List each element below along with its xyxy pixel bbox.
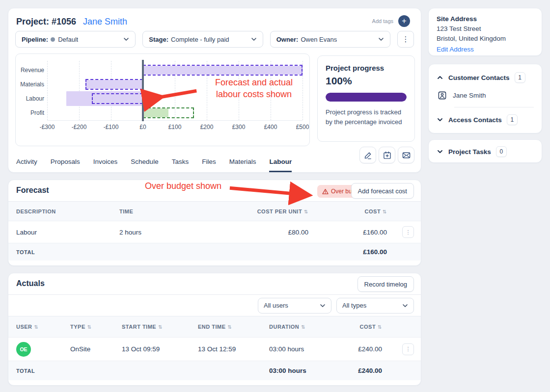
actual-duration: 03:00 hours — [269, 345, 343, 353]
forecast-total-cost: £160.00 — [308, 248, 387, 256]
chart-bar-forecast — [85, 79, 143, 90]
contact-card-icon — [438, 91, 447, 100]
chevron-down-icon — [437, 148, 443, 155]
col-end-time[interactable]: End time — [198, 324, 269, 330]
tab-files[interactable]: Files — [202, 153, 216, 172]
chart-bar-forecast — [143, 107, 194, 118]
add-tag-button[interactable]: + — [398, 15, 410, 27]
tab-invoices[interactable]: Invoices — [93, 153, 118, 172]
chart-bar-row — [47, 107, 302, 118]
tab-labour[interactable]: Labour — [269, 153, 292, 172]
actuals-total-row: Total 03:00 hours £240.00 — [8, 361, 421, 380]
project-tasks-label: Project Tasks — [448, 148, 491, 156]
all-users-select[interactable]: All users — [258, 298, 331, 314]
progress-bar — [326, 93, 407, 102]
progress-caption: Project progress is tracked by the perce… — [326, 107, 407, 127]
customer-contacts-toggle[interactable]: Customer Contacts 1 — [437, 72, 534, 83]
tab-schedule[interactable]: Schedule — [131, 153, 158, 172]
envelope-icon — [402, 151, 411, 159]
col-cost-per-unit[interactable]: Cost per unit — [237, 209, 308, 214]
col-start-time[interactable]: Start time — [122, 324, 198, 330]
progress-percent: 100% — [326, 75, 407, 87]
forecast-actual-chart: Forecast and actual labour costs shown -… — [15, 53, 310, 146]
chevron-up-icon — [437, 74, 443, 81]
quick-action-buttons — [359, 147, 414, 163]
owner-select[interactable]: Owner: Owen Evans — [270, 31, 390, 48]
chart-tick-label: £400 — [264, 124, 277, 131]
forecast-cost-per-unit: £80.00 — [237, 229, 308, 236]
project-menu-button[interactable]: ⋮ — [397, 31, 414, 48]
chevron-down-icon — [378, 36, 384, 42]
tab-tasks[interactable]: Tasks — [172, 153, 189, 172]
stage-label: Stage: — [149, 36, 168, 43]
annotation-budget-note: Over budget shown — [145, 181, 221, 191]
contact-list-item[interactable]: Jane Smith — [438, 91, 534, 100]
project-tasks-card: Project Tasks 0 — [428, 139, 542, 163]
divider — [454, 107, 534, 107]
project-tasks-toggle[interactable]: Project Tasks 0 — [437, 146, 534, 157]
actuals-filters: All users All types — [8, 295, 421, 316]
tab-activity[interactable]: Activity — [16, 153, 37, 172]
actuals-total-duration: 03:00 hours — [269, 367, 343, 374]
pipeline-select[interactable]: Pipeline: Default — [15, 31, 136, 48]
send-email-button[interactable] — [398, 147, 414, 163]
project-header: Project: #1056 Jane Smith Add tags + — [16, 15, 413, 28]
pipeline-dot-icon — [51, 37, 55, 42]
progress-title: Project progress — [326, 64, 407, 72]
owner-label: Owner: — [276, 36, 299, 43]
edit-address-link[interactable]: Edit Address — [437, 46, 534, 53]
chevron-down-icon — [251, 36, 257, 42]
project-card: Project: #1056 Jane Smith Add tags + Pip… — [8, 8, 421, 173]
owner-value: Owen Evans — [301, 36, 337, 43]
col-time: Time — [119, 209, 237, 214]
warning-triangle-icon — [322, 188, 329, 195]
chart-bar-forecast — [143, 65, 302, 76]
contact-name: Jane Smith — [453, 92, 486, 99]
col-type[interactable]: Type — [70, 324, 122, 330]
customer-contacts-count: 1 — [515, 72, 525, 83]
schedule-event-button[interactable] — [379, 147, 395, 163]
actuals-total-label: Total — [16, 368, 70, 374]
customer-name-link[interactable]: Jane Smith — [83, 17, 127, 27]
chart-category-label: Revenue — [20, 67, 44, 74]
actuals-header: Actuals Record timelog — [8, 273, 421, 295]
chevron-down-icon — [320, 303, 326, 309]
chart-tick-label: £300 — [232, 124, 246, 131]
forecast-row-menu-button[interactable]: ⋮ — [402, 226, 414, 238]
project-tasks-count: 0 — [496, 146, 507, 157]
actuals-table-row: OE OnSite 13 Oct 09:59 13 Oct 12:59 03:0… — [8, 338, 421, 361]
stage-select[interactable]: Stage: Complete - fully paid — [142, 31, 263, 48]
record-timelog-button[interactable]: Record timelog — [358, 276, 414, 292]
chart-bar-row — [47, 65, 302, 76]
tab-proposals[interactable]: Proposals — [51, 153, 80, 172]
project-progress-card: Project progress 100% Project progress i… — [317, 55, 415, 142]
col-user[interactable]: User — [16, 324, 70, 330]
forecast-description: Labour — [16, 229, 119, 236]
customer-contacts-label: Customer Contacts — [448, 74, 510, 81]
chart-tick-label: £200 — [200, 124, 214, 131]
chart-tick-label: -£200 — [72, 124, 87, 131]
edit-note-button[interactable] — [359, 147, 376, 163]
all-types-select[interactable]: All types — [336, 298, 414, 314]
access-contacts-toggle[interactable]: Access Contacts 1 — [437, 114, 534, 125]
site-address-title: Site Address — [437, 15, 534, 23]
col-duration[interactable]: Duration — [269, 324, 343, 330]
col-actual-cost[interactable]: Cost — [343, 324, 382, 330]
actuals-row-menu-button[interactable]: ⋮ — [402, 343, 414, 355]
chart-category-label: Profit — [20, 109, 44, 116]
site-address-card: Site Address 123 Test Street Bristol, Un… — [428, 8, 542, 56]
chart-bar-forecast — [92, 93, 143, 104]
add-forecast-cost-button[interactable]: Add forecast cost — [351, 183, 414, 199]
add-tags-label: Add tags — [372, 18, 393, 24]
progress-track — [326, 93, 407, 102]
forecast-title: Forecast — [16, 186, 49, 195]
pencil-icon — [364, 151, 372, 159]
actuals-section: Actuals Record timelog All users All typ… — [8, 273, 421, 386]
address-line-1: 123 Test Street — [437, 24, 534, 34]
contacts-card: Customer Contacts 1 Jane Smith Access Co… — [428, 64, 542, 133]
tab-materials[interactable]: Materials — [229, 153, 256, 172]
chart-tick-label: £0 — [139, 124, 146, 131]
actuals-table-header: User Type Start time End time Duration C… — [8, 316, 421, 338]
chevron-down-icon — [123, 36, 129, 42]
col-cost[interactable]: Cost — [308, 209, 387, 214]
